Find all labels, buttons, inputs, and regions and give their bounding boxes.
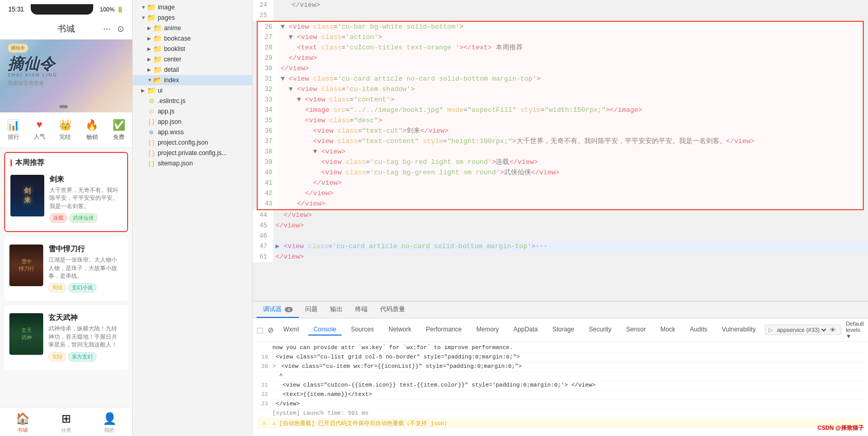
js-icon-appjs: ⊙ (147, 107, 156, 116)
toolbar-tab-audits[interactable]: Audits (685, 324, 712, 336)
devtab-debugger[interactable]: 调试器 4 (257, 302, 299, 318)
toolbar-tab-mock[interactable]: Mock (655, 324, 681, 336)
devtab-quality[interactable]: 代码质量 (374, 302, 411, 318)
tree-item-projectprivate[interactable]: ▶ { } project.private.config.js... (133, 148, 252, 158)
tree-label-ui: ui (158, 87, 162, 94)
devtab-terminal[interactable]: 终端 (349, 302, 374, 318)
line-content-44: </view> (273, 210, 868, 221)
code-line-42: 42 </view> (258, 188, 863, 199)
nav-rank[interactable]: 📊 排行 (7, 119, 20, 141)
code-line-24: 24 </view> (253, 0, 868, 10)
tab-category[interactable]: ⊞ 分类 (61, 412, 71, 434)
tree-item-anime[interactable]: ▶ 📁 anime (133, 23, 252, 33)
tree-label-sitemap: sitemap.json (158, 160, 193, 167)
toolbar-tab-network[interactable]: Network (383, 324, 417, 336)
nav-free[interactable]: ✅ 免费 (112, 119, 125, 141)
devtab-problems[interactable]: 问题 (299, 302, 324, 318)
free-label: 免费 (113, 133, 124, 141)
author-badge: 摘仙令 (8, 44, 28, 53)
code-line-43: 43 </view> (258, 199, 863, 209)
toolbar-tab-memory[interactable]: Memory (471, 324, 504, 336)
code-line-38: 38 ▼ <view> (258, 147, 863, 157)
tree-item-appjson[interactable]: ▶ { } app.json (133, 117, 252, 127)
console-text-warn-key: now you can provide attr `wx:key` for `w… (272, 344, 864, 352)
code-line-30: 30 </view> (258, 63, 863, 74)
eye-icon[interactable]: 👁 (830, 327, 836, 333)
console-text-22: <text>{{item.name}}</text> (272, 391, 864, 399)
code-line-34: 34 <image src="../../image/book1.jpg" mo… (258, 105, 863, 116)
js-icon-eslintrc: ⊙ (147, 97, 156, 105)
tree-item-ui[interactable]: ▶ 📁 ui (133, 85, 252, 96)
target-icon[interactable]: ⊙ (117, 24, 124, 34)
devtools-main-tabs: 调试器 4 问题 输出 终端 代码质量 (253, 302, 868, 318)
console-text-20: > <view class="cu-item wx:for={{iconList… (272, 363, 864, 371)
line-num-45: 45 (253, 221, 273, 231)
line-num-47: 47 (253, 241, 273, 252)
code-line-47: 47 ▶ <view class='cu-card article no-car… (253, 241, 868, 252)
line-num-29: 29 (258, 53, 279, 63)
banner-tagline: 我家祖宗有些多 (8, 80, 58, 87)
pause-icon[interactable]: ⊘ (268, 326, 274, 334)
line-num-44: 44 (253, 210, 273, 221)
tab-bookstore[interactable]: 🏠 书城 (16, 412, 30, 434)
line-num-37: 37 (258, 136, 279, 147)
nav-bestseller[interactable]: 🔥 畅销 (85, 119, 98, 141)
csdn-watermark: CSDN @择致猫子 (817, 424, 864, 432)
book-item-jianlai[interactable]: 剑来 剑来 大千世界，无奇不有。我叫陈平安，平平安安的平安。我是一名剑客。 连载… (10, 172, 122, 226)
tree-item-booklist[interactable]: ▶ 📁 booklist (133, 44, 252, 54)
tree-item-sitemap[interactable]: ▶ { } sitemap.json (133, 158, 252, 169)
dot-1 (59, 105, 68, 108)
line-content-31: ▼ <view class='cu-card article no-card s… (279, 74, 863, 84)
line-content-39: <view class='cu-tag bg-red light sm roun… (279, 157, 863, 168)
nav-popular[interactable]: ♥ 人气 (34, 119, 45, 141)
tree-item-image[interactable]: ▼ 📁 image (133, 2, 252, 12)
tree-item-appwxss[interactable]: ▶ ⊗ app.wxss (133, 127, 252, 137)
tag-xuanhuan: 玄幻小说 (68, 283, 96, 292)
code-line-46: 46 (253, 231, 868, 241)
tree-item-appjs[interactable]: ▶ ⊙ app.js (133, 106, 252, 117)
line-num-40: 40 (258, 168, 279, 178)
tree-item-eslintrc[interactable]: ▶ ⊙ .eslintrc.js (133, 96, 252, 106)
right-section: 24 </view> 25 26 ▼ <view class='cu-bar b… (253, 0, 868, 436)
more-books-section: 雪中悍刀行 雪中悍刀行 江湖是一张珠帘。大人物小人物，是珠子，大故事小故事，是串… (4, 236, 128, 301)
console-linenum-20: 20 (257, 363, 272, 371)
tree-item-pages[interactable]: ▼ 📁 pages (133, 12, 252, 23)
toolbar-tab-wxml[interactable]: Wxml (278, 324, 304, 336)
tree-item-center[interactable]: ▶ 📁 center (133, 54, 252, 65)
book-item-xuantian[interactable]: 玄天武神 玄天武神 武神传承，纵横大陆！九转神功，吞天噬地！手握日月掌星辰，世间… (9, 310, 123, 364)
battery-icon: 🔋 (117, 6, 124, 13)
tab-profile[interactable]: 👤 我的 (103, 412, 117, 434)
inspect-icon[interactable]: ⬚ (257, 326, 263, 334)
toolbar-tab-storage[interactable]: Storage (547, 324, 580, 336)
devtab-output[interactable]: 输出 (324, 302, 349, 318)
tree-label-pages: pages (158, 14, 175, 21)
toolbar-tab-security[interactable]: Security (584, 324, 617, 336)
code-line-37: 37 <view class="text-content" style="hei… (258, 136, 863, 147)
line-content-24: </view> (273, 0, 868, 10)
toolbar-tab-performance[interactable]: Performance (421, 324, 467, 336)
book-cover-label-1: 剑来 (24, 186, 31, 205)
console-linenum-21: 21 (257, 382, 272, 390)
line-content-42: </view> (279, 188, 863, 199)
line-content-32: ▼ <view class='cu-item shadow'> (279, 84, 863, 95)
completed-label: 完结 (59, 133, 71, 141)
json-icon-appjson: { } (147, 118, 156, 126)
toolbar-tab-console[interactable]: Console (308, 324, 342, 336)
nav-completed[interactable]: 👑 完结 (59, 119, 72, 141)
tree-item-projectconfig[interactable]: ▶ { } project.config.json (133, 137, 252, 148)
toolbar-tab-sensor[interactable]: Sensor (621, 324, 651, 336)
folder-icon-pages: 📁 (147, 14, 156, 22)
code-line-26: 26 ▼ <view class='cu-bar bg-white solid-… (258, 22, 863, 32)
toolbar-tab-appdata[interactable]: AppData (508, 324, 543, 336)
tree-item-detail[interactable]: ▶ 📁 detail (133, 65, 252, 75)
tree-label-appwxss: app.wxss (158, 129, 184, 136)
more-icon[interactable]: ··· (103, 23, 111, 34)
book-item-xuezhdao[interactable]: 雪中悍刀行 雪中悍刀行 江湖是一张珠帘。大人物小人物，是珠子，大故事小故事，是串… (9, 241, 123, 296)
tree-item-index[interactable]: ▼ 📂 index (133, 75, 252, 85)
tree-item-bookcase[interactable]: ▶ 📁 bookcase (133, 33, 252, 44)
console-text-19: <view class="cu-list grid col-5 no-borde… (272, 354, 864, 362)
log-levels[interactable]: Default levels ▼ (846, 320, 864, 339)
appservice-select[interactable]: appservice (#33) (775, 326, 828, 334)
toolbar-tab-vulnerability[interactable]: Vulnerability (716, 324, 761, 336)
toolbar-tab-sources[interactable]: Sources (346, 324, 379, 336)
